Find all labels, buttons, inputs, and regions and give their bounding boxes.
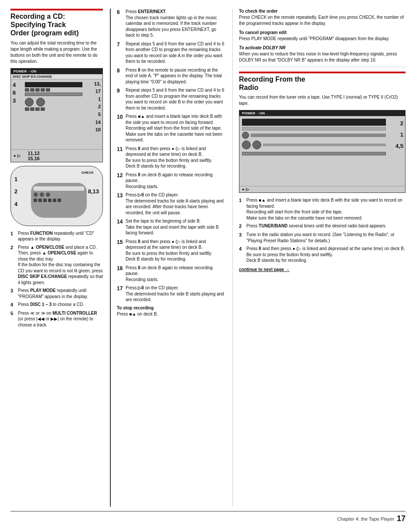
power-label: POWER [14,69,27,73]
sn-1: 1 [94,96,101,103]
left-knob [25,98,34,106]
left-step-1: 1 Press FUNCTION repeatedly until "CD" a… [10,230,103,242]
section-title-recording-cd: Recording a CD: Specifying Track Order (… [10,9,103,38]
mid-steps-list: 6 Press ENTER/NEXT.The chosen track numb… [117,9,226,303]
mid-step-8: 8 Press II on the remote to pause record… [117,67,226,85]
remote-step-2: 2 [14,185,17,198]
step-num-6: 6 [13,89,16,97]
left-column: Recording a CD: Specifying Track Order (… [10,9,111,507]
section-title-line1: Recording a CD: [10,13,65,20]
remote-right-steps: 8,13 [88,188,99,195]
cassette-slot [25,93,82,96]
right-step-numbers: 13, 17 1 2 5 14 10 [94,80,101,134]
radio-step-4: 4 Press II and then press ● (▷ is linked… [239,246,406,264]
section-title-radio: Recording From the Radio [239,72,406,92]
right-unit-row1 [242,127,386,130]
sn-13-17: 13, [94,80,101,88]
radio-title-line2: Radio [239,84,258,91]
continue-link[interactable]: continue to next page → [239,267,406,272]
stop-recording: To stop recording Press ■▲ on deck B. [117,305,226,317]
step-num-3: 3 [13,97,16,105]
left-intro: You can adjust the total recording time … [10,40,103,65]
footer-page-number: 17 [397,514,406,523]
mid-step-9: 9 Repeat steps 5 and 6 from the same CD … [117,87,226,111]
right-dolby-arrow: ▷ [246,187,249,192]
right-dolby-row: ● ▷ [239,186,405,192]
left-step-5: 5 Press ≪ or ≫ on MULTI CONTROLLER (or p… [10,310,103,328]
remote-btn-f [43,199,47,202]
cancel-program-text: Press PLAY MODE repeatedly until "PROGRA… [239,36,406,42]
check-order-section: To check the order Press CHECK on the re… [239,9,406,27]
right-dolby-symbol: ● [242,187,244,192]
mid-step-14: 14 Set the tape to the beginning of side… [117,218,226,236]
right-column: To check the order Press CHECK on the re… [233,9,406,507]
dolby-nr-title: To activate DOLBY NR [239,45,406,50]
mid-step-13: 13 Press ▷II on the CD player.The determ… [117,192,226,216]
unit-btn3 [35,88,40,92]
power-arrow: →ON [27,69,36,73]
right-dial [242,132,249,139]
left-step-numbers: 4 6 3 [13,81,16,105]
right-col-step-nums: 2 1 4,5 [396,118,403,152]
right-knob-row [242,141,386,149]
left-step-3: 3 Press PLAY MODE repeatedly until "PROG… [10,288,103,299]
left-step-4: 4 Press DISC 1 – 3 to choose a CD. [10,302,103,308]
unit-btn-row1 [25,88,82,92]
unit-btn7 [30,107,34,111]
mid-step-12: 12 Press II on deck B again to release r… [117,172,226,190]
remote-left-steps: 1 2 4 [14,173,17,211]
dolby-nr-text: When you want to reduce the hiss noise i… [239,51,406,63]
mid-step-6: 6 Press ENTER/NEXT.The chosen track numb… [117,9,226,38]
cancel-program-title: To cancel program edit [239,30,406,35]
cancel-program-section: To cancel program edit Press PLAY MODE r… [239,30,406,42]
remote-btn-i [58,199,61,202]
radio-steps-list: 1 Press ■▲ and insert a blank tape into … [239,197,406,263]
remote-btn-g [48,199,51,202]
unit-diagram: POWER →ON DISC SKIP EX-CHANGE 4 6 3 [10,68,103,162]
remote-btn-row1 [34,192,84,197]
page: Recording a CD: Specifying Track Order (… [0,0,416,532]
right-knob-r [252,141,261,149]
disc-skip-label: DISC SKIP EX-CHANGE [13,75,52,79]
sn-10: 10 [94,126,101,134]
divider [239,67,406,67]
remote-btn-c [46,192,50,197]
right-unit-display [242,119,386,126]
mid-step-11: 11 Press II and then press ● (▷ is linke… [117,146,226,169]
right-slider [251,134,386,137]
radio-step-2: 2 Press TUNER/BAND several times until t… [239,223,406,230]
right-power-arrow: →ON [256,111,265,115]
dolby-symbol: ● [14,154,16,158]
right-bar [263,144,386,146]
mid-step-10: 10 Press ■▲ and insert a blank tape into… [117,113,226,143]
knob-row [25,98,82,106]
remote-display [34,186,84,191]
footer-chapter: Chapter 4: the Tape Player [337,516,394,522]
stop-recording-text: Press ■▲ on deck B. [117,311,226,317]
unit-btn-row2 [25,107,82,111]
mid-step-17: 17 Press ▷II on the CD player.The determ… [117,285,226,303]
radio-title-line1: Recording From the [239,76,305,83]
unit-btn9 [41,107,45,111]
dolby-steps: 11,1215,16 [27,151,40,161]
right-knob-l [242,141,251,149]
remote-btn-h [53,199,56,202]
sn-17: 17 [94,88,101,96]
rsn-1: 1 [396,129,403,141]
remote-btn-a [34,192,38,197]
check-label: CHECK [82,171,94,175]
dolby-row: ● ▷ 11,1215,16 [11,149,102,162]
mid-step-15: 15 Press II and then press ● (▷ is linke… [117,239,226,262]
remote-btn-d [34,199,37,202]
rsn-45: 4,5 [396,141,403,152]
stop-recording-title: To stop recording [117,305,226,310]
sn-14: 14 [94,119,101,127]
check-order-text: Press CHECK on the remote repeatedly. Ea… [239,14,406,27]
right-cassette [242,152,386,155]
sn-2: 2 [94,103,101,111]
right-knob [36,98,45,106]
rsn-2: 2 [396,118,403,129]
unit-btn2 [30,88,34,92]
mid-column: 6 Press ENTER/NEXT.The chosen track numb… [111,9,233,507]
remote-body [31,183,87,218]
